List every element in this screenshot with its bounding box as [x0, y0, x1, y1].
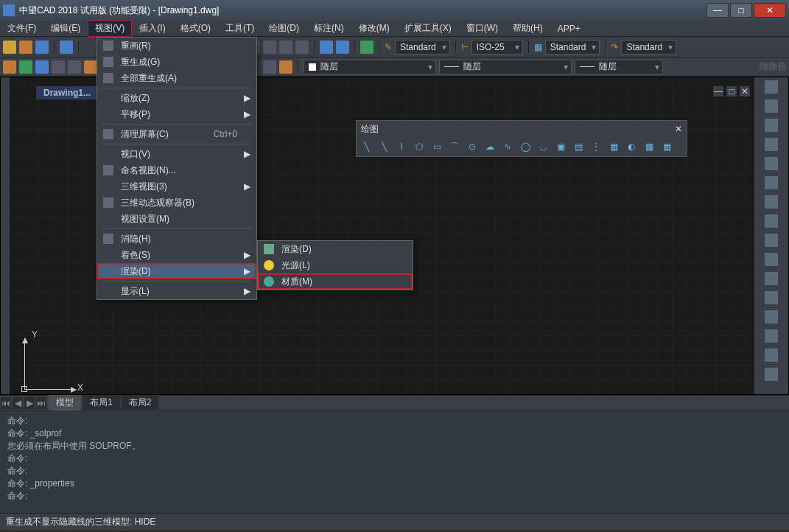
menu-edit[interactable]: 编辑(E) [43, 20, 88, 37]
menu-tools[interactable]: 工具(T) [218, 20, 262, 37]
menu-item-regen[interactable]: 重生成(G) [97, 54, 256, 70]
open-icon[interactable] [19, 41, 32, 54]
table-style-dropdown[interactable]: Standard [545, 40, 600, 55]
menu-app[interactable]: APP+ [550, 21, 588, 36]
menu-item-3dview[interactable]: 三维视图(3)▶ [97, 178, 256, 195]
help-icon[interactable] [360, 41, 374, 54]
layer-color-icon[interactable] [68, 60, 81, 74]
block-icon[interactable] [263, 60, 276, 74]
menu-insert[interactable]: 插入(I) [132, 20, 172, 37]
tab-last-icon[interactable]: ⏭ [36, 397, 46, 409]
menu-item-3dorbit[interactable]: 三维动态观察器(B) [97, 195, 256, 211]
menu-item-namedview[interactable]: 命名视图(N)... [97, 162, 256, 178]
rectangle-icon[interactable]: ▭ [430, 140, 443, 153]
tab-model[interactable]: 模型 [49, 395, 81, 410]
tool-icon[interactable] [765, 253, 778, 266]
tool-icon[interactable] [765, 138, 778, 151]
new-icon[interactable] [3, 41, 16, 54]
tool-icon[interactable] [765, 234, 778, 247]
menu-item-shade[interactable]: 着色(S)▶ [97, 247, 256, 263]
tool-icon[interactable] [765, 157, 778, 170]
tool-icon[interactable] [765, 214, 778, 228]
design-center-icon[interactable] [336, 41, 349, 54]
text-style-dropdown[interactable]: Standard [395, 40, 450, 55]
menu-item-display[interactable]: 显示(L)▶ [97, 283, 256, 299]
make-block-icon[interactable]: ▤ [572, 140, 585, 153]
minimize-button[interactable]: — [706, 3, 729, 18]
submenu-item-light[interactable]: 光源(L) [258, 257, 413, 273]
hatch-icon[interactable]: ▦ [607, 140, 620, 153]
tool-icon[interactable] [765, 310, 778, 323]
draw-toolbar[interactable]: 绘图✕ ╲ ╲ ⌇ ⬠ ▭ ⌒ ⊙ ☁ ∿ ◯ ◡ ▣ ▤ ⋮ ▦ ◐ ▩ ▦ [356, 120, 687, 157]
submenu-item-render[interactable]: 渲染(D) [258, 241, 413, 257]
menu-item-regenall[interactable]: 全部重生成(A) [97, 70, 256, 86]
linetype-dropdown[interactable]: 随层 [439, 60, 572, 74]
menu-item-render[interactable]: 渲染(D)▶ [97, 263, 256, 279]
revcloud-icon[interactable]: ☁ [483, 140, 497, 153]
menu-help[interactable]: 帮助(H) [505, 20, 550, 37]
submenu-item-material[interactable]: 材质(M) [258, 273, 413, 290]
layer-on-icon[interactable] [19, 60, 32, 74]
ellipse-arc-icon[interactable]: ◡ [536, 140, 550, 153]
menu-view[interactable]: 视图(V) [88, 20, 132, 37]
menu-file[interactable]: 文件(F) [0, 20, 43, 37]
region-icon[interactable]: ▩ [642, 140, 656, 153]
line-icon[interactable]: ╲ [360, 140, 373, 153]
ellipse-icon[interactable]: ◯ [519, 140, 532, 153]
menu-item-cleanscreen[interactable]: 清理屏幕(C)Ctrl+0 [97, 126, 256, 142]
menu-dimension[interactable]: 标注(N) [306, 20, 351, 37]
doc-maximize-icon[interactable]: □ [726, 86, 737, 97]
arc-icon[interactable]: ⌒ [448, 140, 461, 153]
insert-icon[interactable] [279, 60, 292, 74]
polyline-icon[interactable]: ⌇ [395, 140, 408, 153]
tool-icon[interactable] [765, 176, 778, 189]
xline-icon[interactable]: ╲ [377, 140, 390, 153]
menu-item-zoom[interactable]: 缩放(Z)▶ [97, 90, 256, 106]
color-dropdown[interactable]: 随层 [304, 60, 436, 74]
tab-layout1[interactable]: 布局1 [83, 395, 120, 410]
doc-close-icon[interactable]: ✕ [740, 86, 750, 97]
tool-icon[interactable] [765, 329, 778, 343]
save-icon[interactable] [35, 41, 49, 54]
layer-prev-icon[interactable] [84, 60, 97, 74]
insert-block-icon[interactable]: ▣ [554, 140, 567, 153]
tool-icon[interactable] [765, 272, 778, 285]
circle-icon[interactable]: ⊙ [466, 140, 479, 153]
gradient-icon[interactable]: ◐ [625, 140, 638, 153]
document-tab[interactable]: Drawing1... [36, 86, 98, 99]
menu-draw[interactable]: 绘图(D) [262, 20, 306, 37]
polygon-icon[interactable]: ⬠ [413, 140, 426, 153]
menu-item-pan[interactable]: 平移(P)▶ [97, 106, 256, 122]
layer-lock-icon[interactable] [52, 60, 65, 74]
menu-item-viewport[interactable]: 视口(V)▶ [97, 146, 256, 162]
menu-window[interactable]: 窗口(W) [459, 20, 505, 37]
lineweight-dropdown[interactable]: 随层 [575, 60, 663, 74]
tab-next-icon[interactable]: ▶ [24, 397, 35, 409]
layer-mgr-icon[interactable] [3, 60, 16, 74]
zoom-icon[interactable] [263, 41, 276, 54]
tool-icon[interactable] [765, 349, 778, 362]
tool-icon[interactable] [765, 291, 778, 304]
command-window[interactable]: 命令: 命令: _solprof 您必须在布局中使用 SOLPROF。 命令: … [0, 410, 789, 513]
menu-modify[interactable]: 修改(M) [351, 20, 397, 37]
close-button[interactable]: ✕ [754, 3, 786, 18]
layer-freeze-icon[interactable] [35, 60, 49, 74]
menu-item-viewsettings[interactable]: 视图设置(M) [97, 211, 256, 227]
doc-minimize-icon[interactable]: — [713, 86, 723, 97]
draw-toolbar-close-icon[interactable]: ✕ [675, 124, 682, 134]
menu-item-hide[interactable]: 消隐(H) [97, 231, 256, 247]
tool-icon[interactable] [765, 99, 778, 113]
tab-prev-icon[interactable]: ◀ [13, 397, 23, 409]
menu-item-redraw[interactable]: 重画(R) [97, 38, 256, 54]
properties-icon[interactable] [320, 41, 333, 54]
maximize-button[interactable]: □ [730, 3, 752, 18]
dim-style-dropdown[interactable]: ISO-25 [471, 40, 523, 55]
tool-icon[interactable] [765, 119, 778, 132]
tab-layout2[interactable]: 布局2 [122, 395, 159, 410]
menu-extend[interactable]: 扩展工具(X) [397, 20, 459, 37]
spline-icon[interactable]: ∿ [501, 140, 514, 153]
tool-icon[interactable] [765, 195, 778, 209]
tool-icon[interactable] [765, 80, 778, 94]
print-icon[interactable] [60, 41, 73, 54]
tab-first-icon[interactable]: ⏮ [1, 397, 11, 409]
